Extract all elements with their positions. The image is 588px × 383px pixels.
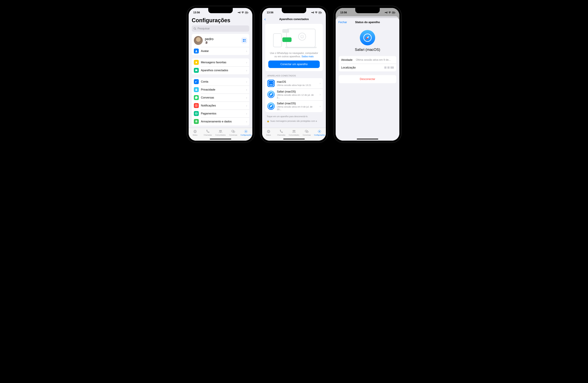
settings-label: Aparelhos conectados xyxy=(201,69,244,72)
device-name: Safari (macOS) xyxy=(355,47,380,52)
svg-point-36 xyxy=(319,131,320,132)
settings-label: Conta xyxy=(201,80,244,83)
svg-point-33 xyxy=(294,130,295,131)
svg-rect-6 xyxy=(245,41,245,42)
device-row[interactable]: Safari (macOS) Última sessão ativa em 12… xyxy=(265,89,323,100)
tab-icon xyxy=(266,130,271,134)
svg-rect-10 xyxy=(195,71,198,71)
key-icon xyxy=(194,79,199,84)
settings-row[interactable]: Notificações › xyxy=(192,102,249,110)
svg-point-14 xyxy=(196,105,197,106)
settings-row[interactable]: Privacidade › xyxy=(192,86,249,94)
avatar-row[interactable]: Avatar › xyxy=(192,47,249,55)
svg-point-27 xyxy=(272,82,273,83)
chevron-right-icon: › xyxy=(246,80,247,84)
settings-row[interactable]: Conversas › xyxy=(192,94,249,102)
tab-conversas[interactable]: Conversas xyxy=(227,128,240,137)
tab-icon xyxy=(279,130,283,134)
wifi-icon xyxy=(388,11,391,14)
laptop-icon xyxy=(194,68,199,73)
profile-row[interactable]: pedro 🗿 xyxy=(192,34,249,47)
tab-label: Chamadas xyxy=(204,134,212,136)
tab-comunidades[interactable]: Comunidades xyxy=(288,128,300,137)
svg-point-31 xyxy=(268,131,269,132)
lock-icon: 🔒 xyxy=(267,120,269,122)
svg-point-17 xyxy=(194,130,196,133)
location-redacted xyxy=(358,67,394,69)
home-indicator[interactable] xyxy=(357,139,378,139)
tab-icon xyxy=(317,130,322,134)
close-button[interactable]: Fechar xyxy=(338,21,347,24)
wifi-icon xyxy=(241,11,244,14)
status-time: 13:56 xyxy=(267,11,273,14)
storage-icon xyxy=(194,119,199,124)
tab-configurações[interactable]: Configurações xyxy=(240,128,252,137)
tab-label: Conversas xyxy=(303,134,311,136)
settings-label: Conversas xyxy=(201,96,244,99)
tab-configurações[interactable]: Configurações xyxy=(313,128,326,137)
learn-more-link[interactable]: Saiba mais xyxy=(301,55,314,58)
tab-label: Configurações xyxy=(314,134,325,136)
safari-icon xyxy=(267,103,275,110)
back-button[interactable]: ‹ xyxy=(264,17,266,22)
status-icons: 59 xyxy=(238,11,248,14)
home-indicator[interactable] xyxy=(210,139,231,139)
star-icon xyxy=(194,60,199,65)
location-row: Localização xyxy=(339,64,396,71)
search-placeholder: Pesquisar xyxy=(198,27,210,30)
lock-icon xyxy=(194,87,199,92)
svg-rect-12 xyxy=(195,89,197,90)
settings-label: Armazenamento e dados xyxy=(201,120,244,123)
svg-point-0 xyxy=(194,27,195,29)
tab-conversas[interactable]: Conversas xyxy=(300,128,313,137)
settings-label: Mensagens favoritas xyxy=(201,61,244,64)
qr-code-button[interactable] xyxy=(241,38,247,43)
tab-icon xyxy=(206,130,210,134)
svg-rect-25 xyxy=(268,81,274,86)
svg-rect-9 xyxy=(195,69,197,71)
activity-label: Atividade xyxy=(341,58,353,62)
chevron-right-icon: › xyxy=(246,96,247,99)
chevron-right-icon: › xyxy=(246,69,247,72)
tab-status[interactable]: Status xyxy=(189,128,201,137)
search-input[interactable]: Pesquisar xyxy=(192,25,249,32)
disconnect-button[interactable]: Desconectar xyxy=(339,75,396,83)
tab-comunidades[interactable]: Comunidades xyxy=(214,128,227,137)
chevron-right-icon: › xyxy=(246,61,247,64)
chevron-right-icon: › xyxy=(246,112,247,115)
svg-rect-4 xyxy=(245,41,245,41)
tab-label: Configurações xyxy=(241,134,252,136)
tab-icon xyxy=(218,130,223,134)
tab-icon xyxy=(244,130,248,134)
tab-label: Chamadas xyxy=(277,134,285,136)
tab-chamadas[interactable]: Chamadas xyxy=(275,128,288,137)
tab-label: Status xyxy=(266,134,271,136)
signal-icon xyxy=(385,11,387,14)
svg-rect-3 xyxy=(243,41,244,42)
payments-icon: R$ xyxy=(194,111,199,116)
device-row[interactable]: macOS Última sessão ativa hoje às 13:21 … xyxy=(265,78,323,89)
nav-title: Aparelhos conectados xyxy=(262,18,326,21)
signal-icon xyxy=(311,11,314,14)
device-row[interactable]: Safari (macOS) Última sessão ativa em 9 … xyxy=(265,100,323,112)
home-indicator[interactable] xyxy=(283,139,305,139)
tab-icon xyxy=(231,130,235,134)
bell-icon xyxy=(194,103,199,108)
settings-row[interactable]: Mensagens favoritas › xyxy=(192,58,249,66)
tab-chamadas[interactable]: Chamadas xyxy=(201,128,214,137)
device-name: Safari (macOS) xyxy=(277,90,317,93)
avatar-icon xyxy=(194,48,199,53)
settings-row[interactable]: Conta › xyxy=(192,78,249,86)
section-header: APARELHOS CONECTADOS xyxy=(262,74,326,78)
chevron-right-icon: › xyxy=(320,93,321,96)
connect-device-button[interactable]: Conectar um aparelho xyxy=(268,61,320,68)
settings-row[interactable]: Armazenamento e dados › xyxy=(192,117,249,125)
activity-row: Atividade Última sessão ativa em 9 de... xyxy=(339,56,396,64)
hero-text: Use o WhatsApp no navegador, computador … xyxy=(268,51,320,61)
svg-point-8 xyxy=(196,50,197,51)
chevron-right-icon: › xyxy=(320,105,321,108)
settings-row[interactable]: Aparelhos conectados › xyxy=(192,66,249,74)
settings-row[interactable]: R$ Pagamentos › xyxy=(192,110,249,117)
chevron-right-icon: › xyxy=(246,120,247,123)
tab-status[interactable]: Status xyxy=(262,128,275,137)
